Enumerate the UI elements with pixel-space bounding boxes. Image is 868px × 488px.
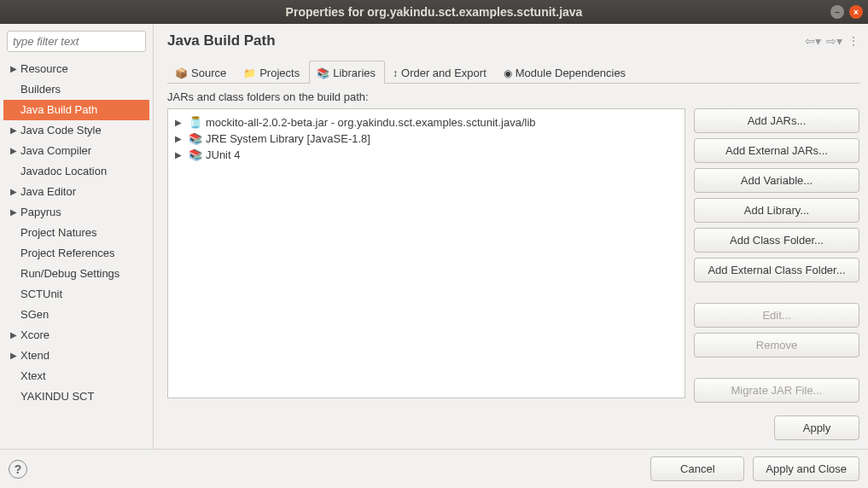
header-row: Java Build Path ⇦▾ ⇨▾ ⋮ bbox=[167, 32, 859, 49]
expand-icon: ▶ bbox=[10, 347, 20, 364]
sidebar-item-label: Java Editor bbox=[20, 183, 76, 200]
sidebar-item-label: SCTUnit bbox=[20, 286, 62, 303]
close-button[interactable]: × bbox=[849, 5, 863, 19]
tab-icon: 📚 bbox=[317, 67, 329, 79]
filter-input[interactable] bbox=[7, 31, 146, 52]
sidebar: ▶ResourceBuildersJava Build Path▶Java Co… bbox=[0, 24, 154, 449]
add-external-class-folder-button[interactable]: Add External Class Folder... bbox=[694, 258, 859, 282]
sidebar-item[interactable]: SGen bbox=[3, 305, 149, 325]
expand-icon: ▶ bbox=[175, 134, 185, 143]
tab-module-dependencies[interactable]: ◉Module Dependencies bbox=[496, 61, 635, 84]
sidebar-item[interactable]: ▶Java Code Style bbox=[3, 120, 149, 141]
libraries-button-column: Add JARs... Add External JARs... Add Var… bbox=[694, 108, 859, 403]
sidebar-item-label: Run/Debug Settings bbox=[20, 265, 119, 282]
main-panel: Java Build Path ⇦▾ ⇨▾ ⋮ 📦Source📁Projects… bbox=[154, 24, 868, 449]
tree-item-label: mockito-all-2.0.2-beta.jar - org.yakindu… bbox=[206, 116, 536, 129]
apply-button[interactable]: Apply bbox=[774, 415, 859, 440]
sidebar-item-label: Xcore bbox=[20, 327, 50, 344]
expand-icon: ▶ bbox=[175, 150, 185, 160]
nav-tree: ▶ResourceBuildersJava Build Path▶Java Co… bbox=[3, 59, 149, 407]
sidebar-item[interactable]: Java Build Path bbox=[3, 100, 149, 120]
tab-icon: 📁 bbox=[243, 67, 256, 79]
sidebar-item[interactable]: Project Natures bbox=[3, 223, 149, 243]
sidebar-item-label: SGen bbox=[20, 306, 49, 323]
sidebar-item[interactable]: ▶Resource bbox=[3, 59, 149, 79]
library-icon: 📚 bbox=[189, 148, 202, 161]
sidebar-item[interactable]: ▶Papyrus bbox=[3, 202, 149, 223]
tree-item[interactable]: ▶📚JRE System Library [JavaSE-1.8] bbox=[172, 131, 681, 147]
sidebar-item[interactable]: Run/Debug Settings bbox=[3, 264, 149, 284]
sidebar-item[interactable]: YAKINDU SCT bbox=[3, 386, 149, 407]
sidebar-item-label: Xtend bbox=[20, 347, 50, 364]
tab-label: Projects bbox=[259, 67, 300, 79]
footer-buttons: Cancel Apply and Close bbox=[650, 456, 859, 481]
tab-label: Module Dependencies bbox=[516, 67, 626, 79]
expand-icon: ▶ bbox=[10, 183, 20, 200]
libraries-tree[interactable]: ▶🫙mockito-all-2.0.2-beta.jar - org.yakin… bbox=[167, 108, 685, 398]
tree-item[interactable]: ▶🫙mockito-all-2.0.2-beta.jar - org.yakin… bbox=[172, 114, 681, 131]
page-title: Java Build Path bbox=[167, 32, 276, 49]
tab-body: JARs and class folders on the build path… bbox=[167, 90, 859, 449]
tab-source[interactable]: 📦Source bbox=[167, 61, 236, 84]
window-title: Properties for org.yakindu.sct.examples.… bbox=[286, 5, 583, 19]
expand-icon: ▶ bbox=[175, 118, 185, 127]
tree-item[interactable]: ▶📚JUnit 4 bbox=[172, 147, 681, 163]
expand-icon: ▶ bbox=[10, 204, 20, 221]
forward-icon[interactable]: ⇨▾ bbox=[826, 34, 842, 48]
add-class-folder-button[interactable]: Add Class Folder... bbox=[694, 228, 859, 253]
sidebar-item-label: Java Build Path bbox=[20, 102, 97, 119]
add-library-button[interactable]: Add Library... bbox=[694, 198, 859, 223]
library-icon: 📚 bbox=[189, 132, 202, 145]
tab-icon: 📦 bbox=[175, 67, 188, 79]
titlebar: Properties for org.yakindu.sct.examples.… bbox=[0, 0, 868, 24]
expand-icon: ▶ bbox=[10, 142, 20, 160]
remove-button: Remove bbox=[694, 333, 859, 357]
footer: ? Cancel Apply and Close bbox=[0, 449, 868, 488]
sidebar-item-label: Papyrus bbox=[20, 204, 61, 221]
sidebar-item-label: Project Natures bbox=[20, 224, 97, 241]
tab-label: Source bbox=[191, 67, 226, 79]
header-toolbar: ⇦▾ ⇨▾ ⋮ bbox=[805, 34, 859, 48]
tab-bar: 📦Source📁Projects📚Libraries↕Order and Exp… bbox=[167, 60, 859, 84]
tab-libraries[interactable]: 📚Libraries bbox=[309, 61, 385, 84]
menu-icon[interactable]: ⋮ bbox=[848, 34, 859, 48]
expand-icon: ▶ bbox=[10, 122, 20, 139]
sidebar-item-label: Xtext bbox=[20, 368, 46, 385]
apply-close-button[interactable]: Apply and Close bbox=[753, 456, 859, 481]
help-icon[interactable]: ? bbox=[9, 460, 27, 479]
tab-label: Libraries bbox=[333, 67, 376, 79]
cancel-button[interactable]: Cancel bbox=[650, 456, 744, 481]
sidebar-item-label: Java Code Style bbox=[20, 122, 102, 139]
sidebar-item-label: Builders bbox=[20, 81, 61, 98]
expand-icon: ▶ bbox=[10, 61, 20, 78]
tree-item-label: JUnit 4 bbox=[206, 148, 240, 161]
add-jars-button[interactable]: Add JARs... bbox=[694, 108, 859, 133]
add-variable-button[interactable]: Add Variable... bbox=[694, 168, 859, 193]
sidebar-item-label: Project References bbox=[20, 245, 115, 262]
content-area: ▶ResourceBuildersJava Build Path▶Java Co… bbox=[0, 24, 868, 449]
tab-icon: ↕ bbox=[393, 67, 398, 79]
apply-row: Apply bbox=[167, 405, 859, 449]
edit-button: Edit... bbox=[694, 303, 859, 328]
sidebar-item-label: Javadoc Location bbox=[20, 163, 107, 180]
sidebar-item[interactable]: Project References bbox=[3, 243, 149, 264]
sidebar-item[interactable]: ▶Xcore bbox=[3, 325, 149, 346]
window-controls: – × bbox=[830, 5, 863, 19]
back-icon[interactable]: ⇦▾ bbox=[805, 34, 821, 48]
tab-order-and-export[interactable]: ↕Order and Export bbox=[385, 61, 496, 84]
sidebar-item[interactable]: Javadoc Location bbox=[3, 161, 149, 182]
tree-item-label: JRE System Library [JavaSE-1.8] bbox=[206, 132, 370, 145]
tab-icon: ◉ bbox=[504, 67, 512, 79]
libraries-subhead: JARs and class folders on the build path… bbox=[167, 90, 859, 103]
sidebar-item[interactable]: ▶Java Compiler bbox=[3, 141, 149, 161]
minimize-button[interactable]: – bbox=[830, 5, 844, 19]
sidebar-item[interactable]: Xtext bbox=[3, 366, 149, 386]
sidebar-item[interactable]: SCTUnit bbox=[3, 284, 149, 305]
sidebar-item[interactable]: Builders bbox=[3, 79, 149, 100]
sidebar-item[interactable]: ▶Xtend bbox=[3, 346, 149, 366]
add-external-jars-button[interactable]: Add External JARs... bbox=[694, 138, 859, 163]
sidebar-item[interactable]: ▶Java Editor bbox=[3, 182, 149, 202]
libraries-row: ▶🫙mockito-all-2.0.2-beta.jar - org.yakin… bbox=[167, 108, 859, 405]
tab-projects[interactable]: 📁Projects bbox=[236, 61, 309, 84]
sidebar-item-label: Resource bbox=[20, 61, 68, 78]
